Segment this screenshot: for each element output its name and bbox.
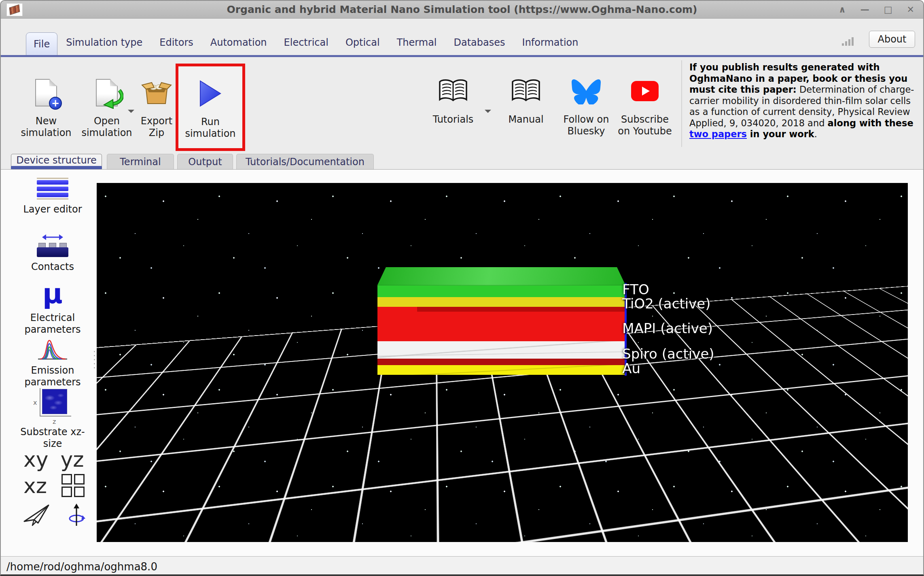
signal-bars-icon xyxy=(842,37,854,46)
manual-book-icon xyxy=(510,72,542,110)
menu-file[interactable]: File xyxy=(26,32,57,55)
run-simulation-play-icon xyxy=(199,75,222,112)
title-bar: Organic and hybrid Material Nano Simulat… xyxy=(1,1,923,19)
substrate-icon: x z xyxy=(33,388,72,422)
layer-label-au: Au xyxy=(622,361,640,376)
sidebar-item-layer-editor[interactable]: Layer editor xyxy=(10,178,95,215)
view-xz-button[interactable]: xz xyxy=(23,474,47,497)
paper-plane-icon[interactable] xyxy=(23,504,50,526)
window-controls: ∧ — □ ✕ xyxy=(839,1,914,18)
menu-information[interactable]: Information xyxy=(514,30,587,55)
menu-thermal[interactable]: Thermal xyxy=(388,30,445,55)
new-simulation-button[interactable]: New simulation xyxy=(15,74,77,139)
open-simulation-button[interactable]: Open simulation xyxy=(78,74,135,139)
view-buttons-row-2: xz xyxy=(23,474,85,497)
menu-optical[interactable]: Optical xyxy=(337,30,388,55)
spectrum-icon xyxy=(37,339,68,361)
layer-label-fto: FTO xyxy=(622,282,649,297)
rotate-axis-icon[interactable] xyxy=(67,503,86,527)
app-window: Organic and hybrid Material Nano Simulat… xyxy=(0,0,924,576)
run-simulation-highlight-box: Run simulation xyxy=(176,64,245,151)
menu-editors[interactable]: Editors xyxy=(151,30,202,55)
layer-label-spiro: Spiro (active) xyxy=(622,346,714,361)
tab-terminal[interactable]: Terminal xyxy=(107,154,174,169)
layers-icon xyxy=(37,178,68,200)
view-buttons-row-1: xy yz xyxy=(23,448,84,471)
export-zip-box-icon xyxy=(141,74,172,111)
panel-splitter-handle[interactable] xyxy=(94,351,95,368)
bluesky-butterfly-icon xyxy=(572,72,601,110)
sidebar-item-contacts[interactable]: Contacts xyxy=(10,234,95,273)
toolbar-separator xyxy=(681,60,682,147)
menu-databases[interactable]: Databases xyxy=(445,30,514,55)
mu-icon: μ xyxy=(42,280,63,308)
tab-tutorials-documentation[interactable]: Tutorials/Documentation xyxy=(236,154,374,169)
green-open-arrow-icon xyxy=(102,89,123,109)
device-stack xyxy=(377,267,626,375)
run-simulation-button[interactable]: Run simulation xyxy=(178,75,242,140)
menu-automation[interactable]: Automation xyxy=(202,30,276,55)
view-yz-button[interactable]: yz xyxy=(61,448,84,471)
tutorials-button[interactable]: Tutorials xyxy=(426,72,480,125)
sidebar: Layer editor Contacts μ Electrical param… xyxy=(10,170,95,556)
view-buttons-row-3 xyxy=(23,503,86,527)
export-zip-button[interactable]: Export Zip xyxy=(134,74,179,139)
manual-button[interactable]: Manual xyxy=(499,72,553,125)
sidebar-item-electrical-parameters[interactable]: μ Electrical parameters xyxy=(10,280,95,336)
youtube-icon xyxy=(631,72,659,110)
maximize-window-icon[interactable]: □ xyxy=(884,5,892,14)
working-directory-path: /home/rod/oghma/oghma8.0 xyxy=(6,561,157,573)
plus-badge-icon xyxy=(49,97,62,110)
view-xy-button[interactable]: xy xyxy=(23,448,49,471)
tab-device-structure[interactable]: Device structure xyxy=(11,154,102,169)
multi-view-grid-icon[interactable] xyxy=(61,474,85,497)
menu-electrical[interactable]: Electrical xyxy=(276,30,337,55)
status-bar: /home/rod/oghma/oghma8.0 xyxy=(1,556,923,576)
about-button[interactable]: About xyxy=(869,31,915,48)
tutorials-dropdown-icon[interactable] xyxy=(485,110,491,116)
layer-label-tio2: TiO2 (active) xyxy=(622,296,710,311)
contacts-icon xyxy=(35,234,70,257)
window-title: Organic and hybrid Material Nano Simulat… xyxy=(1,4,923,15)
layer-shadow xyxy=(377,359,626,365)
menu-simulation-type[interactable]: Simulation type xyxy=(57,30,151,55)
layer-spiro xyxy=(377,341,626,359)
open-simulation-dropdown-icon[interactable] xyxy=(128,110,134,116)
citation-text: If you publish results generated with Og… xyxy=(689,62,918,140)
layer-au xyxy=(377,365,626,375)
app-logo-icon xyxy=(6,3,23,16)
two-papers-link[interactable]: two papers xyxy=(689,129,747,139)
device-structure-panel: Layer editor Contacts μ Electrical param… xyxy=(1,170,923,556)
open-simulation-icon xyxy=(96,74,118,111)
tab-bar: Device structure Terminal Output Tutoria… xyxy=(1,153,923,170)
subscribe-youtube-button[interactable]: Subscribe on Youtube xyxy=(615,72,675,137)
toolbar: New simulation Open simulation xyxy=(1,57,923,153)
layer-fto xyxy=(377,285,626,297)
minimize-window-icon[interactable]: — xyxy=(860,5,869,14)
shade-window-icon[interactable]: ∧ xyxy=(839,5,846,14)
3d-viewport[interactable]: FTO TiO2 (active) MAPI (active) Spiro (a… xyxy=(97,183,908,542)
follow-bluesky-button[interactable]: Follow on Bluesky xyxy=(557,72,615,137)
layer-tio2 xyxy=(377,297,626,307)
layer-label-mapi: MAPI (active) xyxy=(622,321,713,336)
tutorials-book-icon xyxy=(437,72,469,110)
tab-output[interactable]: Output xyxy=(177,154,233,169)
sidebar-item-emission-parameters[interactable]: Emission parameters xyxy=(10,339,95,388)
sidebar-item-substrate-xz-size[interactable]: x z Substrate xz-size xyxy=(10,388,95,450)
layer-mapi xyxy=(377,307,626,341)
close-window-icon[interactable]: ✕ xyxy=(907,5,914,14)
device-top-face xyxy=(377,267,626,285)
new-simulation-icon xyxy=(35,74,57,111)
menu-bar: File Simulation type Editors Automation … xyxy=(1,19,923,57)
